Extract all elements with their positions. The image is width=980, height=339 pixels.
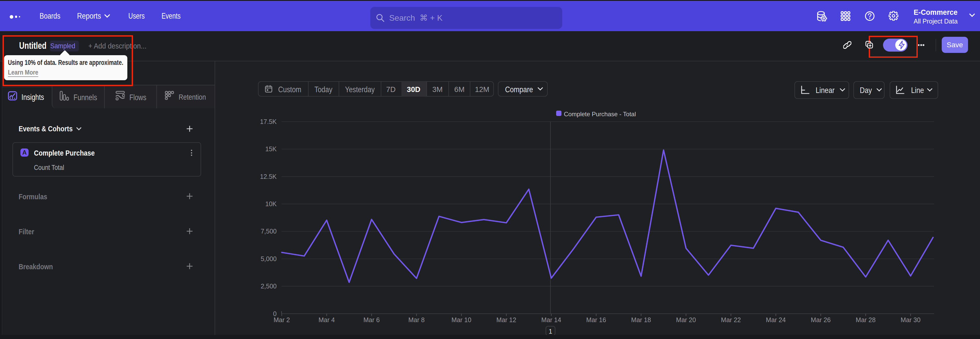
- svg-text:5,000: 5,000: [261, 255, 277, 262]
- svg-text:Mar 14: Mar 14: [541, 316, 561, 323]
- svg-text:Mar 2: Mar 2: [274, 316, 290, 323]
- svg-text:7,500: 7,500: [261, 228, 277, 235]
- svg-text:10K: 10K: [266, 200, 277, 208]
- svg-text:Mar 30: Mar 30: [900, 316, 921, 323]
- svg-text:Mar 26: Mar 26: [811, 316, 831, 323]
- svg-text:12.5K: 12.5K: [260, 173, 277, 180]
- svg-text:Mar 18: Mar 18: [631, 316, 651, 323]
- svg-text:Mar 4: Mar 4: [318, 316, 335, 323]
- svg-text:2,500: 2,500: [261, 283, 277, 290]
- svg-text:Mar 12: Mar 12: [496, 316, 516, 323]
- svg-text:Mar 6: Mar 6: [363, 316, 380, 323]
- svg-text:Mar 28: Mar 28: [856, 316, 876, 323]
- svg-text:Mar 20: Mar 20: [676, 316, 696, 323]
- svg-text:15K: 15K: [266, 146, 277, 152]
- svg-text:Mar 16: Mar 16: [586, 316, 606, 323]
- svg-text:Mar 8: Mar 8: [408, 316, 425, 323]
- svg-text:Mar 24: Mar 24: [766, 316, 786, 323]
- svg-text:Mar 10: Mar 10: [452, 316, 471, 323]
- svg-text:17.5K: 17.5K: [260, 118, 277, 125]
- svg-text:Mar 22: Mar 22: [721, 316, 741, 323]
